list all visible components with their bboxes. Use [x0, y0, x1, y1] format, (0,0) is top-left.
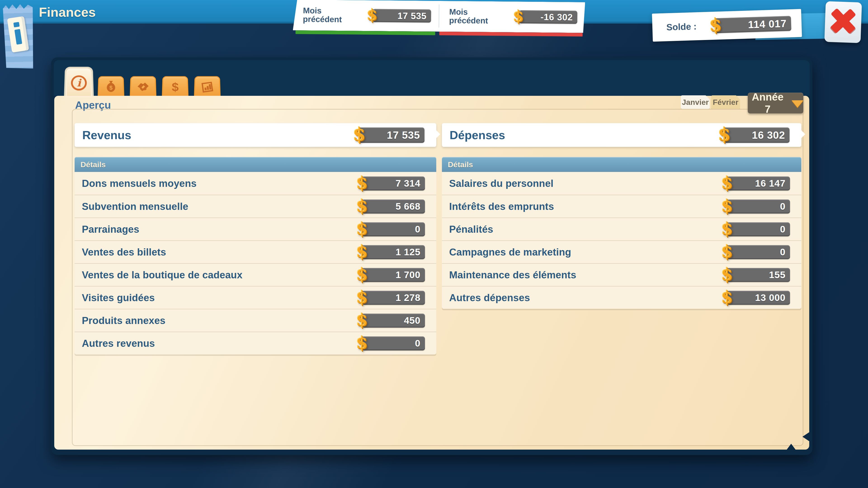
screen: Finances Mois précédent $ 17 535 Mois pr…	[0, 0, 868, 488]
row-label: Campagnes de marketing	[449, 247, 571, 258]
previous-month-expense-label: Mois précédent	[449, 8, 504, 25]
balance-value: 114 017	[748, 18, 786, 31]
dollar-icon: $	[356, 173, 368, 192]
dollar-icon: $	[721, 219, 733, 238]
table-row: Intérêts des emprunts $0	[442, 195, 801, 218]
revenues-title: Revenus	[82, 128, 131, 142]
table-row: Ventes de la boutique de cadeaux $1 700	[74, 263, 436, 286]
revenues-total-pill: $ 17 535	[359, 127, 425, 143]
tab-deals[interactable]	[130, 76, 156, 97]
row-label: Salaires du personnel	[449, 178, 553, 189]
dollar-icon: $	[721, 241, 733, 261]
table-row: Maintenance des éléments $155	[442, 263, 801, 286]
previous-month-income: Mois précédent $ 17 535	[293, 0, 439, 35]
dollar-icon: $	[356, 241, 368, 261]
year-dropdown[interactable]: Année 7	[748, 93, 803, 113]
row-label: Maintenance des éléments	[449, 269, 576, 281]
dollar-icon: $	[353, 124, 366, 145]
amount-pill: $0	[362, 222, 425, 236]
amount-pill: $5 668	[362, 199, 425, 214]
row-value: 13 000	[755, 292, 785, 303]
table-row: Pénalités $0	[442, 218, 801, 240]
expenses-total-pill: $ 16 302	[724, 127, 789, 143]
amount-pill: $1 125	[362, 245, 425, 259]
row-value: 0	[415, 338, 421, 349]
previous-month-income-value: 17 535	[398, 11, 427, 21]
dollar-icon: $	[356, 196, 368, 215]
row-label: Ventes de la boutique de cadeaux	[82, 269, 243, 281]
amount-pill: $0	[362, 336, 425, 350]
previous-month-income-label: Mois précédent	[303, 6, 358, 24]
book-icon	[7, 16, 29, 53]
row-label: Autres revenus	[82, 338, 155, 349]
amount-pill: $16 147	[727, 176, 790, 191]
resize-notch-right[interactable]	[802, 431, 811, 442]
row-label: Autres dépenses	[449, 292, 530, 303]
expenses-details: Détails Salaires du personnel $16 147 In…	[442, 157, 801, 309]
amount-pill: $1 278	[362, 291, 425, 305]
window-title: Finances	[39, 4, 96, 20]
table-row: Dons mensuels moyens $7 314	[74, 172, 436, 195]
balance-banner: Solde : $ 114 017	[652, 9, 802, 42]
dollar-icon: $	[356, 264, 368, 284]
row-label: Produits annexes	[82, 315, 165, 326]
chevron-down-icon	[792, 100, 803, 107]
row-label: Parrainages	[82, 224, 139, 235]
row-value: 155	[769, 269, 785, 281]
amount-pill: $0	[727, 222, 790, 236]
tab-pricing[interactable]: $	[162, 76, 188, 97]
dollar-icon: $	[721, 264, 733, 284]
dollar-icon: $	[356, 287, 368, 306]
resize-notch-bottom[interactable]	[786, 444, 797, 451]
close-button[interactable]	[825, 1, 862, 43]
money-bag-icon: $	[103, 80, 119, 94]
row-value: 0	[780, 224, 785, 235]
dollar-icon: $	[721, 173, 733, 192]
amount-pill: $0	[727, 199, 790, 214]
row-value: 1 125	[396, 247, 421, 258]
row-label: Ventes des billets	[82, 247, 166, 258]
tab-overview[interactable]: i	[66, 68, 92, 97]
table-row: Parrainages $0	[74, 218, 436, 240]
row-label: Pénalités	[449, 224, 493, 235]
expenses-details-header: Détails	[442, 157, 801, 172]
info-icon: i	[71, 75, 87, 90]
previous-month-expense-value: -16 302	[540, 12, 573, 22]
month-button-janvier[interactable]: Janvier	[681, 95, 710, 109]
finances-receipt-icon	[3, 2, 34, 69]
dollar-icon: $	[356, 219, 368, 238]
dollar-icon: $	[718, 124, 731, 145]
dollar-icon: $	[721, 287, 733, 306]
tab-charts[interactable]	[194, 76, 221, 97]
row-label: Subvention mensuelle	[82, 201, 188, 212]
revenues-header-card: Revenus $ 17 535	[74, 123, 436, 147]
row-value: 5 668	[396, 201, 421, 212]
dollar-icon: $	[356, 333, 368, 352]
table-row: Campagnes de marketing $0	[442, 240, 801, 263]
expenses-total-value: 16 302	[752, 129, 785, 141]
table-row: Subvention mensuelle $5 668	[74, 195, 436, 218]
expenses-column: Dépenses $ 16 302 Détails Salaires du pe…	[442, 123, 801, 309]
bar-chart-icon	[200, 80, 215, 94]
dollar-icon: $	[709, 14, 722, 35]
overview-panel: Aperçu Janvier Février Année 7 Revenus $…	[54, 96, 809, 450]
previous-month-expense: Mois précédent $ -16 302	[439, 1, 585, 37]
row-label: Visites guidées	[82, 292, 155, 303]
row-value: 7 314	[396, 178, 421, 189]
dollar-icon: $	[721, 196, 733, 215]
table-row: Salaires du personnel $16 147	[442, 172, 801, 195]
close-icon	[825, 1, 862, 43]
previous-month-income-pill: $ 17 535	[373, 9, 431, 22]
year-dropdown-label: Année 7	[748, 91, 787, 115]
row-value: 0	[415, 224, 421, 235]
row-value: 450	[404, 315, 421, 326]
dollar-icon: $	[367, 6, 378, 24]
handshake-icon	[135, 79, 151, 94]
table-row: Visites guidées $1 278	[74, 286, 436, 309]
month-button-fevrier[interactable]: Février	[711, 95, 740, 109]
row-value: 1 278	[396, 292, 421, 303]
amount-pill: $0	[727, 245, 790, 259]
row-label: Intérêts des emprunts	[449, 201, 554, 212]
tab-income[interactable]: $	[98, 76, 124, 97]
expenses-header-card: Dépenses $ 16 302	[442, 123, 801, 147]
